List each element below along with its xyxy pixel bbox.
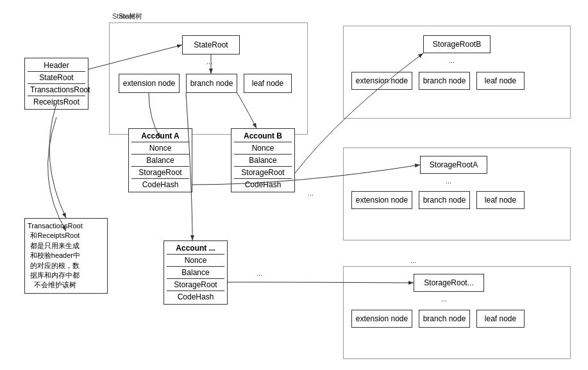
- note-text: TransactionsRoot 和ReceiptsRoot 都是只用来生成 和…: [28, 221, 83, 290]
- storage-root-a-label: StorageRootA: [430, 160, 478, 169]
- state-root-label: StateRoot: [194, 40, 228, 49]
- state-branch-node: branch node: [186, 74, 237, 93]
- storage-a-branch: branch node: [419, 191, 470, 209]
- storage-b-leaf: leaf node: [476, 72, 525, 90]
- header-row-transactionsroot: TransactionsRoot: [28, 83, 85, 96]
- account-a-box: Account A Nonce Balance StorageRoot Code…: [128, 128, 192, 192]
- header-row-stateroot: StateRoot: [28, 71, 85, 83]
- storage-a-leaf: leaf node: [476, 191, 525, 209]
- account-dots-nonce: Nonce: [167, 254, 224, 266]
- account-dots-box: Account ... Nonce Balance StorageRoot Co…: [164, 240, 228, 305]
- account-a-codehash: CodeHash: [131, 178, 189, 190]
- storage-dots-leaf: leaf node: [476, 310, 525, 328]
- account-a-nonce: Nonce: [131, 142, 189, 154]
- storage-dots-top: ...: [410, 256, 416, 264]
- storage-b-extension-label: extension node: [356, 76, 408, 85]
- account-b-nonce: Nonce: [234, 142, 292, 154]
- storage-b-branch-label: branch node: [423, 76, 466, 85]
- state-branch-label: branch node: [190, 79, 233, 88]
- state-leaf-node: leaf node: [244, 74, 292, 93]
- storage-dots-extension-label: extension node: [356, 314, 408, 323]
- account-dots-codehash: CodeHash: [167, 290, 224, 303]
- account-a-balance: Balance: [131, 154, 189, 166]
- storage-a-dots: ...: [446, 177, 451, 185]
- storage-root-dots-label: StorageRoot...: [424, 278, 473, 287]
- header-row-receiptsroot: ReceiptsRoot: [28, 96, 85, 108]
- state-tree-label: State树: [112, 12, 136, 21]
- storage-b-branch: branch node: [419, 72, 470, 90]
- account-a-storageroot: StorageRoot: [131, 166, 189, 178]
- mid-dots-2: ...: [256, 269, 262, 277]
- storage-dots-extension: extension node: [351, 310, 412, 328]
- storage-root-b-label: StorageRootB: [433, 40, 481, 49]
- account-b-balance: Balance: [234, 154, 292, 166]
- note-box: TransactionsRoot 和ReceiptsRoot 都是只用来生成 和…: [24, 218, 108, 294]
- account-a-title: Account A: [131, 130, 189, 142]
- storage-dots-branch-label: branch node: [423, 314, 466, 323]
- account-dots-title: Account ...: [167, 242, 224, 254]
- storage-dots-inner: ...: [441, 295, 447, 303]
- state-leaf-label: leaf node: [252, 79, 283, 88]
- state-extension-node: extension node: [119, 74, 180, 93]
- storage-dots-branch: branch node: [419, 310, 470, 328]
- account-b-codehash: CodeHash: [234, 178, 292, 190]
- storage-b-leaf-label: leaf node: [485, 76, 516, 85]
- storage-a-extension: extension node: [351, 191, 412, 209]
- state-root-node: StateRoot: [182, 35, 240, 55]
- state-dots-1: ...: [206, 58, 212, 65]
- account-dots-storageroot: StorageRoot: [167, 278, 224, 290]
- state-extension-label: extension node: [123, 79, 175, 88]
- storage-b-extension: extension node: [351, 72, 412, 90]
- storage-dots-leaf-label: leaf node: [485, 314, 516, 323]
- storage-b-dots: ...: [449, 56, 455, 64]
- account-dots-balance: Balance: [167, 266, 224, 278]
- storage-root-b-node: StorageRootB: [423, 35, 491, 53]
- header-box: Header StateRoot TransactionsRoot Receip…: [24, 58, 88, 110]
- storage-root-a-node: StorageRootA: [420, 156, 487, 174]
- storage-a-extension-label: extension node: [356, 196, 408, 205]
- account-b-storageroot: StorageRoot: [234, 166, 292, 178]
- storage-a-branch-label: branch node: [423, 196, 466, 205]
- storage-root-dots-node: StorageRoot...: [414, 274, 484, 292]
- storage-a-leaf-label: leaf node: [485, 196, 516, 205]
- diagram-container: State树 Header StateRoot TransactionsRoot…: [0, 0, 588, 370]
- account-b-box: Account B Nonce Balance StorageRoot Code…: [231, 128, 295, 192]
- header-row-header: Header: [28, 60, 85, 71]
- account-b-title: Account B: [234, 130, 292, 142]
- mid-dots: ...: [308, 189, 314, 197]
